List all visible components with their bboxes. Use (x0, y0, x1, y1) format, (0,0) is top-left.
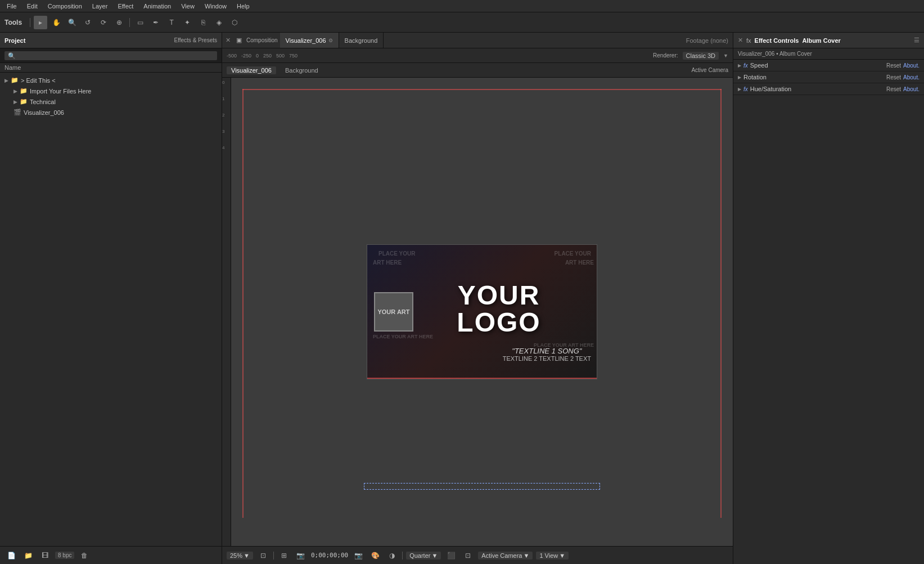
comp-icon: 🎬 (13, 109, 21, 116)
project-item-visualizer[interactable]: 🎬 Visualizer_006 (0, 107, 222, 118)
effects-presets-label[interactable]: Effects & Presets (174, 37, 217, 43)
folder-icon2: 📁 (20, 87, 28, 95)
camera-dropdown[interactable]: Active Camera ▼ (478, 552, 533, 559)
footage-btn[interactable]: 🎞 (38, 549, 52, 562)
grid2-btn[interactable]: ⊡ (461, 549, 475, 562)
speed-reset[interactable]: Reset (886, 62, 901, 69)
viewer-bottom: 25% ▼ ⊡ ⊞ 📷 0;00;00;00 📷 🎨 ◑ Quarter ▼ ⬛… (222, 546, 733, 564)
tab-background-label: Background (345, 37, 378, 44)
delete-btn[interactable]: 🗑 (78, 549, 91, 562)
folder-icon3: 📁 (20, 98, 28, 105)
tool-rectangle[interactable]: ▭ (133, 16, 147, 29)
tool-orbit[interactable]: ⟳ (97, 16, 110, 29)
effect-album-cover: Album Cover (802, 37, 840, 44)
active-tab-label: Visualizer_006 (231, 67, 272, 74)
effect-hue-saturation[interactable]: ▶ fx Hue/Saturation Reset About. (733, 83, 924, 95)
viewer-tab-active[interactable]: Visualizer_006 (227, 66, 276, 74)
tool-zoom[interactable]: 🔍 (65, 16, 79, 29)
project-search[interactable] (4, 51, 217, 60)
camera-value: Active Camera (481, 552, 522, 559)
menu-composition[interactable]: Composition (43, 2, 87, 11)
tool-pan[interactable]: ⊕ (112, 16, 126, 29)
menu-effect[interactable]: Effect (113, 2, 138, 11)
fit-btn[interactable]: ⊡ (256, 549, 270, 562)
tool-pen[interactable]: ✒ (149, 16, 163, 29)
vb-sep1 (273, 552, 274, 559)
menu-help[interactable]: Help (232, 2, 254, 11)
views-value: 1 View (539, 552, 558, 559)
ruler-label: -500 (227, 53, 237, 59)
zoom-value: 25% (230, 552, 242, 559)
project-item-technical[interactable]: ▶ 📁 Technical (0, 96, 222, 107)
logo-text: YOUR LOGO (457, 282, 540, 336)
renderer-chevron[interactable]: ▼ (723, 53, 728, 59)
new-comp-btn[interactable]: 📄 (4, 549, 18, 562)
region-btn[interactable]: ⬛ (444, 549, 458, 562)
search-bar (0, 48, 222, 63)
grid-btn[interactable]: ⊞ (277, 549, 291, 562)
rotation-expand[interactable]: ▶ (738, 75, 741, 80)
ruler-500: 500 (276, 53, 285, 59)
viewer-toolbar: -500 -250 0 250 500 750 Renderer: Classi… (222, 48, 733, 63)
resolution-value: Quarter (409, 552, 430, 559)
project-item-import[interactable]: ▶ 📁 Import Your Files Here (0, 86, 222, 96)
speed-expand[interactable]: ▶ (738, 63, 741, 68)
tool-hand[interactable]: ✋ (49, 16, 63, 29)
tool-roto[interactable]: ⬡ (228, 16, 241, 29)
project-item-edit[interactable]: ▶ 📁 > Edit This < (0, 75, 222, 86)
logo-container: YOUR LOGO (457, 282, 540, 336)
tab-visualizer[interactable]: Visualizer_006 ⚙ (280, 33, 339, 48)
menu-edit[interactable]: Edit (22, 2, 42, 11)
rotation-about[interactable]: About. (903, 74, 920, 80)
rotation-reset[interactable]: Reset (886, 74, 901, 80)
tab-background[interactable]: Background (339, 33, 384, 48)
close-effect-btn[interactable]: ✕ (738, 37, 743, 44)
comp-word: Composition (244, 37, 280, 43)
menu-window[interactable]: Window (200, 2, 231, 11)
resolution-dropdown[interactable]: Quarter ▼ (406, 552, 441, 559)
project-content: ▶ 📁 > Edit This < ▶ 📁 Import Your Files … (0, 73, 222, 546)
color-picker-btn[interactable]: 🎨 (368, 549, 382, 562)
close-comp-btn[interactable]: ✕ (222, 37, 234, 44)
text-line2: TEXTLINE 2 TEXTLINE 2 TEXT (503, 355, 591, 362)
tool-rotate[interactable]: ↺ (81, 16, 94, 29)
menu-view[interactable]: View (177, 2, 199, 11)
effect-menu-icon[interactable]: ☰ (914, 37, 920, 44)
new-folder-btn[interactable]: 📁 (21, 549, 35, 562)
ghost-text-4: ART HERE (565, 259, 594, 266)
tool-select[interactable]: ▸ (34, 16, 47, 29)
tools-bar: Tools ▸ ✋ 🔍 ↺ ⟳ ⊕ ▭ ✒ T ✦ ⎘ ◈ ⬡ (0, 12, 924, 33)
project-bottom-controls: 📄 📁 🎞 8 bpc 🗑 (0, 546, 222, 564)
transparency-btn[interactable]: ◑ (385, 549, 399, 562)
effect-speed[interactable]: ▶ fx Speed Reset About. (733, 60, 924, 71)
zoom-dropdown[interactable]: 25% ▼ (227, 552, 253, 559)
renderer-dropdown[interactable]: Classic 3D (683, 52, 719, 60)
tool-brush[interactable]: ✦ (181, 16, 194, 29)
tool-text[interactable]: T (165, 16, 178, 29)
menu-animation[interactable]: Animation (139, 2, 175, 11)
menu-layer[interactable]: Layer (88, 2, 112, 11)
viewer-tab-bg[interactable]: Background (281, 66, 323, 74)
viewer-sub-toolbar: Visualizer_006 Background Active Camera (222, 63, 733, 78)
ruler-250r: 250 (263, 53, 272, 59)
effect-subtitle-row: Visualizer_006 • Album Cover (733, 48, 924, 60)
active-cam-label: Active Camera (691, 67, 728, 73)
song-info: "TEXTLINE 1 SONG" TEXTLINE 2 TEXTLINE 2 … (503, 343, 591, 362)
project-header: Project Effects & Presets (0, 33, 222, 48)
hue-expand[interactable]: ▶ (738, 87, 741, 92)
speed-about[interactable]: About. (903, 62, 920, 69)
hue-reset[interactable]: Reset (886, 86, 901, 92)
menu-file[interactable]: File (2, 2, 21, 11)
hue-name: Hue/Saturation (750, 86, 884, 92)
hue-about[interactable]: About. (903, 86, 920, 92)
item-label3: Technical (30, 99, 56, 105)
views-dropdown[interactable]: 1 View ▼ (536, 552, 569, 559)
snapshot-btn[interactable]: 📷 (351, 549, 365, 562)
tool-eraser[interactable]: ◈ (212, 16, 226, 29)
effect-rotation[interactable]: ▶ Rotation Reset About. (733, 71, 924, 83)
tool-clone[interactable]: ⎘ (196, 16, 210, 29)
camera-icon-btn[interactable]: 📷 (294, 549, 308, 562)
logo-line2: LOGO (457, 309, 540, 336)
item-label2: Import Your Files Here (30, 88, 91, 95)
ruler-vertical: 0 1 2 3 4 (222, 78, 231, 546)
